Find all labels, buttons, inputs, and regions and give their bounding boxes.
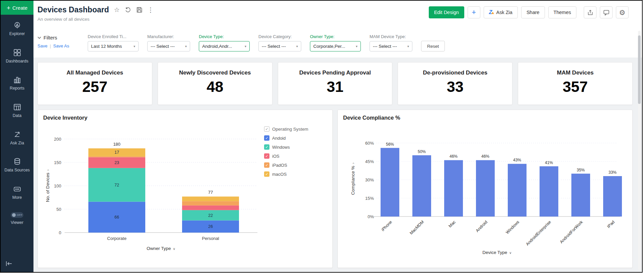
save-icon[interactable] [136,7,143,13]
filter-label: Device Type: [199,34,250,39]
legend-title-row[interactable]: ✓ Operating System [264,126,324,132]
legend-title-checkbox[interactable]: ✓ [264,126,269,132]
explorer-icon [13,21,21,29]
settings-button[interactable]: ⚙ [616,6,629,18]
more-options-kebab-icon[interactable]: ⋮ [148,7,154,13]
add-new-button[interactable]: + [468,6,480,18]
ask-zia-label: Ask Zia [496,10,512,15]
kpi-card-mam-devices[interactable]: MAM Devices 357 [518,62,633,105]
page-subtitle: An overview of all devices [37,17,154,22]
edit-design-button[interactable]: Edit Design [429,6,464,18]
device-category-select[interactable]: --- Select --- ▾ [258,41,301,51]
legend-checkbox[interactable]: ✓ [264,135,269,141]
device-type-select[interactable]: Android,Andr... ▾ [199,41,250,51]
filters-save-as-link[interactable]: Save As [53,43,69,48]
legend-checkbox[interactable]: ✓ [264,144,269,150]
kpi-card-devices-pending-approval[interactable]: Devices Pending Approval 31 [278,62,393,105]
svg-text:45%: 45% [365,159,374,164]
viewer-off-toggle[interactable]: OFF [11,212,23,218]
svg-text:0: 0 [59,230,61,235]
device-category-filter: Device Category: --- Select --- ▾ [258,33,301,51]
toggle-off-label: OFF [17,214,23,217]
legend-checkbox[interactable]: ✓ [264,162,269,168]
legend-title: Operating System [272,127,308,132]
device-type-filter: Device Type: Android,Andr... ▾ [199,33,250,51]
filter-label: MAM Device Type: [370,34,412,39]
sidebar-item-reports[interactable]: Reports [2,76,32,91]
legend-item-ios[interactable]: ✓ iOS [264,153,324,159]
kpi-card-newly-discovered-devices[interactable]: Newly Discovered Devices 48 [158,62,272,105]
zia-logo-icon: Z [489,9,494,15]
chevron-down-icon: ▾ [407,44,409,48]
share-button[interactable]: Share [521,6,545,18]
svg-text:Mac: Mac [448,220,457,229]
svg-text:77: 77 [208,190,213,195]
kpi-card-deprovisioned-devices[interactable]: De-provisioned Devices 33 [398,62,512,105]
legend-checkbox[interactable]: ✓ [264,153,269,159]
create-button[interactable]: + Create [1,1,33,15]
legend-checkbox[interactable]: ✓ [264,171,269,177]
filters-save-link[interactable]: Save [37,43,48,48]
svg-text:Personal: Personal [202,236,219,241]
sidebar-item-data-sources[interactable]: Data Sources [2,158,32,173]
device-inventory-chart[interactable]: 05010015020066722317180Corporate262277Pe… [43,121,264,263]
sidebar-item-dashboards[interactable]: Dashboards [2,49,32,64]
sidebar-item-label: Ask Zia [10,141,24,146]
owner-type-filter: Owner Type: Corporate,Per... ▾ [310,33,361,51]
svg-text:AndroidEnterprise: AndroidEnterprise [525,220,552,247]
svg-text:Device Type∨: Device Type∨ [482,250,511,255]
collapse-sidebar-button[interactable] [5,261,13,268]
refresh-icon[interactable] [125,7,131,13]
sidebar-item-ask-zia[interactable]: Ask Zia [2,131,32,146]
link-separator: | [50,43,51,48]
device-enrolled-time-select[interactable]: Last 12 Months ▾ [88,41,139,51]
svg-text:50: 50 [57,207,61,212]
legend-label: Andoid [272,136,286,141]
comments-button[interactable] [600,6,613,18]
scrollbar-thumb[interactable] [638,35,641,104]
kpi-value: 48 [158,78,272,96]
ask-zia-button[interactable]: Z Ask Zia [484,6,518,18]
kpi-value: 357 [518,78,632,96]
manufacturer-select[interactable]: --- Select --- ▾ [147,41,190,51]
svg-text:46%: 46% [481,154,489,159]
chart-legend: ✓ Operating System ✓ Andoid ✓ Windows [264,121,324,263]
svg-text:150: 150 [54,160,61,165]
filter-value: Last 12 Months [91,44,122,49]
svg-text:Owner Type∨: Owner Type∨ [147,246,175,251]
settings-gear-icon: ⚙ [619,9,626,16]
svg-text:17: 17 [114,150,119,155]
dashboard-body: All Managed Devices 257 Newly Discovered… [33,57,642,272]
svg-text:46%: 46% [450,154,458,159]
reset-filters-button[interactable]: Reset [421,41,445,51]
favorite-star-icon[interactable]: ☆ [114,7,119,13]
export-button[interactable] [584,6,596,18]
svg-text:72: 72 [114,183,119,187]
sidebar-item-data[interactable]: Data [2,103,32,119]
kpi-row: All Managed Devices 257 Newly Discovered… [37,62,633,105]
legend-item-macos[interactable]: ✓ macOS [264,171,324,177]
sidebar-item-label: Data Sources [4,168,30,173]
sidebar-item-viewer[interactable]: OFF Viewer [2,212,32,226]
svg-text:43%: 43% [513,158,521,162]
kpi-card-all-managed-devices[interactable]: All Managed Devices 257 [37,62,152,105]
create-label: Create [12,5,27,11]
filters-toggle[interactable]: Filters [37,35,79,40]
chevron-down-icon: ▾ [245,44,246,48]
sidebar-item-more[interactable]: More [2,185,32,200]
legend-item-windows[interactable]: ✓ Windows [264,144,324,150]
owner-type-select[interactable]: Corporate,Per... ▾ [310,41,361,51]
main-area: Devices Dashboard ☆ ⋮ An overview of all… [33,1,642,272]
legend-item-ipados[interactable]: ✓ iPadOS [264,162,324,168]
mam-device-type-select[interactable]: --- Select --- ▾ [370,41,412,51]
title-block: Devices Dashboard ☆ ⋮ An overview of all… [37,5,154,31]
sidebar-item-explorer[interactable]: Explorer [2,21,32,37]
legend-item-android[interactable]: ✓ Andoid [264,135,324,141]
vertical-scrollbar[interactable] [638,31,641,270]
device-compliance-chart[interactable]: 0%15%30%45%60%56%iPhone50%MacMDM46%Mac46… [343,121,626,263]
sidebar-item-label: Dashboards [6,59,28,64]
svg-text:30%: 30% [365,177,374,182]
svg-text:200: 200 [54,137,61,142]
themes-button[interactable]: Themes [548,6,576,18]
svg-text:23: 23 [114,160,119,165]
